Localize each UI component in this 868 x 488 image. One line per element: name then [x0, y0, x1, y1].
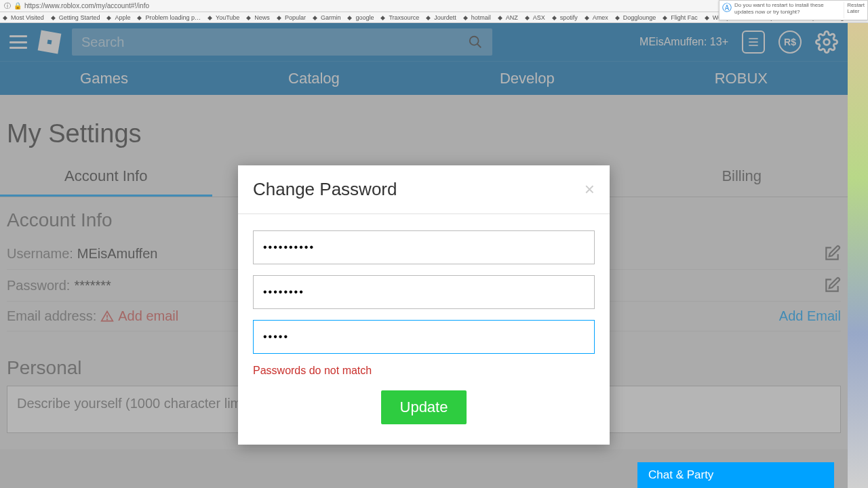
current-password-input[interactable]	[253, 230, 595, 264]
bookmark-item[interactable]: ◆Most Visited	[3, 14, 44, 21]
bookmark-item[interactable]: ◆Flight Fac	[663, 14, 698, 21]
bookmark-item[interactable]: ◆YouTube	[208, 14, 239, 21]
change-password-modal: Change Password × Passwords do not match…	[238, 165, 610, 445]
bookmark-item[interactable]: ◆Amex	[585, 14, 608, 21]
app-store-icon: Ⓐ	[722, 2, 732, 18]
bookmark-item[interactable]: ◆ANZ	[498, 14, 518, 21]
modal-title: Change Password	[253, 179, 397, 200]
restart-button[interactable]: Restart	[847, 2, 865, 8]
desktop-peek	[848, 23, 868, 488]
bookmark-item[interactable]: ◆Dogglounge	[615, 14, 656, 21]
bookmark-item[interactable]: ◆google	[347, 14, 374, 21]
lock-icon: 🔒	[14, 2, 22, 9]
chat-party-label: Chat & Party	[648, 468, 713, 482]
chat-party-bar[interactable]: Chat & Party	[637, 462, 834, 488]
bookmark-item[interactable]: ◆Getting Started	[51, 14, 100, 21]
modal-backdrop: Change Password × Passwords do not match…	[0, 23, 848, 488]
modal-close-button[interactable]: ×	[585, 179, 595, 200]
bookmark-item[interactable]: ◆ASX	[525, 14, 545, 21]
bookmark-item[interactable]: ◆Problem loading p…	[137, 14, 201, 21]
info-icon: ⓘ	[4, 1, 11, 11]
confirm-password-input[interactable]	[253, 320, 595, 354]
bookmark-item[interactable]: ◆Popular	[277, 14, 306, 21]
url-text: https://www.roblox.com/my/account#!/info	[24, 2, 149, 9]
bookmark-item[interactable]: ◆News	[246, 14, 270, 21]
bookmark-item[interactable]: ◆Traxsource	[380, 14, 419, 21]
update-password-button[interactable]: Update	[381, 390, 467, 424]
later-button[interactable]: Later	[847, 8, 865, 14]
update-notification-text: Do you want to restart to install these …	[734, 2, 844, 18]
bookmark-item[interactable]: ◆Garmin	[313, 14, 341, 21]
password-error-message: Passwords do not match	[253, 365, 595, 377]
update-notification: Ⓐ Do you want to restart to install thes…	[719, 0, 868, 20]
bookmark-item[interactable]: ◆Jourdett	[426, 14, 456, 21]
bookmark-item[interactable]: ◆Apple	[106, 14, 130, 21]
new-password-input[interactable]	[253, 275, 595, 309]
bookmark-item[interactable]: ◆hotmail	[463, 14, 491, 21]
bookmark-item[interactable]: ◆spotify	[552, 14, 578, 21]
